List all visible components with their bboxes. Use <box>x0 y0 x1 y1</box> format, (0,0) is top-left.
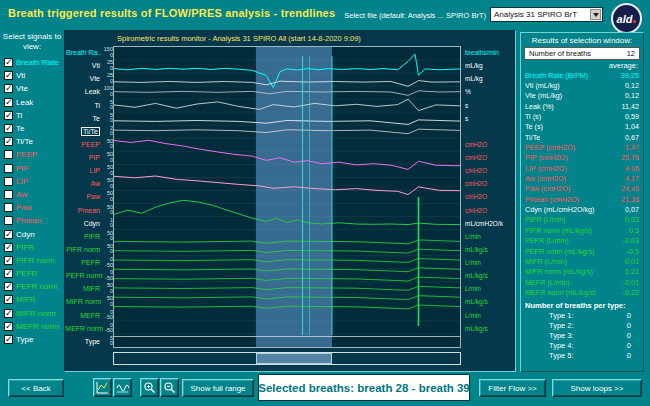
axis-name[interactable]: Vte <box>89 75 100 82</box>
axis-name[interactable]: MEFR <box>80 312 100 319</box>
signal-row-mefr-norm[interactable]: ✓MEFR norm <box>4 320 64 333</box>
signal-row-ti[interactable]: ✓Ti <box>4 109 64 122</box>
result-row: Ti/Te0,67 <box>521 132 643 142</box>
result-row: Vti (mL/kg)0,12 <box>521 80 643 90</box>
checkbox-pefr-norm[interactable]: ✓ <box>4 282 13 291</box>
page-title: Breath triggered results of FLOW/PRES an… <box>8 7 335 19</box>
signal-label: PEFR norm <box>16 282 58 291</box>
checkbox-pifr-norm[interactable]: ✓ <box>4 256 13 265</box>
axis-name[interactable]: PEEP <box>81 141 100 148</box>
axis-row: PIP500 <box>66 151 113 164</box>
checkbox-pifr[interactable]: ✓ <box>4 243 13 252</box>
axis-name[interactable]: PIFR <box>84 233 100 240</box>
checkbox-mifr[interactable]: ✓ <box>4 295 13 304</box>
checkbox-mifr-norm[interactable]: ✓ <box>4 309 13 318</box>
checkbox-cdyn[interactable]: ✓ <box>4 230 13 239</box>
checkbox-paw[interactable] <box>4 203 13 212</box>
unit-label: cmH2O <box>465 138 515 151</box>
signal-row-pefr[interactable]: ✓PEFR <box>4 267 64 280</box>
axis-name[interactable]: Vti <box>92 62 100 69</box>
axis-row: MEFR0-50 <box>66 309 113 322</box>
checkbox-pmean[interactable] <box>4 216 13 225</box>
dropdown-arrow-icon[interactable] <box>590 9 601 20</box>
back-button[interactable]: << Back <box>8 379 64 397</box>
trend-plot-svg[interactable] <box>114 47 460 347</box>
signal-row-type[interactable]: ✓Type <box>4 333 64 346</box>
signal-row-pefr-norm[interactable]: ✓PEFR norm <box>4 280 64 293</box>
signal-row-te[interactable]: ✓Te <box>4 122 64 135</box>
pan-tool-button[interactable] <box>113 378 132 397</box>
axis-name[interactable]: Ti/Te <box>81 127 100 136</box>
checkbox-mefr-norm[interactable]: ✓ <box>4 322 13 331</box>
checkbox-ti-te[interactable]: ✓ <box>4 137 13 146</box>
checkbox-peep[interactable] <box>4 150 13 159</box>
axis-name[interactable]: Aw <box>90 180 100 187</box>
show-full-range-button[interactable]: Show full range <box>182 379 254 397</box>
unit-label: cmH2O <box>465 204 515 217</box>
checkbox-breath-rate[interactable]: ✓ <box>4 58 13 67</box>
result-value: 21,36 <box>621 195 639 204</box>
axis-name[interactable]: PEFR <box>81 259 100 266</box>
app-window: Breath triggered results of FLOW/PRES an… <box>0 0 650 406</box>
axis-name[interactable]: Ti <box>94 102 100 109</box>
signal-row-lip[interactable]: LIP <box>4 175 64 188</box>
results-title: Results of selection window: <box>521 36 643 45</box>
signal-row-leak[interactable]: ✓Leak <box>4 96 64 109</box>
axis-name[interactable]: MIFR <box>83 285 100 292</box>
signal-row-aw[interactable]: Aw <box>4 188 64 201</box>
type-label: Type 3: <box>549 331 574 340</box>
axis-name[interactable]: Te <box>93 115 100 122</box>
checkbox-vte[interactable]: ✓ <box>4 84 13 93</box>
checkbox-aw[interactable] <box>4 190 13 199</box>
average-label: average: <box>521 60 643 70</box>
checkbox-lip[interactable] <box>4 177 13 186</box>
filter-flow-button[interactable]: Filter Flow >> <box>479 379 546 397</box>
axis-name[interactable]: PEFR norm <box>66 272 103 279</box>
signal-row-mifr-norm[interactable]: ✓MIFR norm <box>4 307 64 320</box>
axis-tick-bottom: 0 <box>103 302 113 308</box>
axis-name[interactable]: MIFR norm <box>66 298 101 305</box>
checkbox-pefr[interactable]: ✓ <box>4 269 13 278</box>
signal-row-cdyn[interactable]: ✓Cdyn <box>4 227 64 240</box>
file-select-dropdown[interactable]: Analysis 31 SPIRO BrT <box>490 7 603 22</box>
axis-name[interactable]: LIP <box>89 167 100 174</box>
axis-name[interactable]: MEFR norm <box>65 325 103 332</box>
axis-ticks: 50 <box>102 100 113 111</box>
signal-row-breath-rate[interactable]: ✓Breath Rate <box>4 56 64 69</box>
axis-name[interactable]: PIFR norm <box>66 246 100 253</box>
axis-name[interactable]: Cdyn <box>84 220 100 227</box>
result-value: 0,67 <box>625 133 639 142</box>
axis-name[interactable]: Type <box>85 338 100 345</box>
signal-row-vte[interactable]: ✓Vte <box>4 82 64 95</box>
signal-row-pifr[interactable]: ✓PIFR <box>4 241 64 254</box>
checkbox-type[interactable]: ✓ <box>4 335 13 344</box>
checkbox-ti[interactable]: ✓ <box>4 111 13 120</box>
signal-row-pmean[interactable]: Pmean <box>4 214 64 227</box>
axis-name[interactable]: Paw <box>86 193 100 200</box>
zoom-in-button[interactable] <box>140 378 159 397</box>
checkbox-vti[interactable]: ✓ <box>4 71 13 80</box>
axis-name[interactable]: PIP <box>89 154 100 161</box>
checkbox-te[interactable]: ✓ <box>4 124 13 133</box>
signal-row-ti-te[interactable]: ✓Ti/Te <box>4 135 64 148</box>
result-row: PEFR norm (mL/kg/s)-0,5 <box>521 246 643 256</box>
chart-scrollbar[interactable] <box>113 352 461 365</box>
checkbox-pip[interactable] <box>4 164 13 173</box>
signal-row-paw[interactable]: Paw <box>4 201 64 214</box>
checkbox-leak[interactable]: ✓ <box>4 98 13 107</box>
signal-row-mifr[interactable]: ✓MIFR <box>4 293 64 306</box>
signal-row-peep[interactable]: PEEP <box>4 148 64 161</box>
show-loops-button[interactable]: Show loops >> <box>552 379 642 397</box>
graph-cursor-tool-button[interactable] <box>93 378 112 397</box>
signal-row-pip[interactable]: PIP <box>4 162 64 175</box>
axis-name[interactable]: Pmean <box>78 207 100 214</box>
signal-row-pifr-norm[interactable]: ✓PIFR norm <box>4 254 64 267</box>
zoom-out-button[interactable] <box>160 378 179 397</box>
trend-plot-area[interactable] <box>113 46 461 348</box>
signal-row-vti[interactable]: ✓Vti <box>4 69 64 82</box>
axis-name[interactable]: Leak <box>85 88 100 95</box>
chart-scrollbar-thumb[interactable] <box>256 353 332 364</box>
axis-name[interactable]: Breath Ra.. <box>66 49 101 56</box>
axis-tick-bottom: -50 <box>102 315 113 321</box>
axis-row: Cdyn10 <box>66 217 113 230</box>
